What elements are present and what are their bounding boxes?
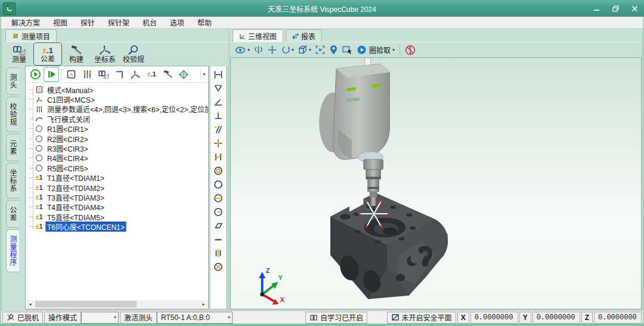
auto-label-button[interactable]: A: [63, 67, 79, 82]
gdt-total-runout-icon[interactable]: [211, 260, 225, 273]
z-axis-label-box: Z: [581, 312, 593, 324]
cube-view-dropdown[interactable]: ▾: [309, 47, 311, 53]
coordinate-system-button[interactable]: 坐标系: [91, 42, 119, 66]
toolbar-overflow-button[interactable]: ▾: [200, 69, 208, 79]
scroll-left-arrow[interactable]: ◂: [26, 300, 34, 308]
rotate-view-button[interactable]: ▾: [280, 44, 295, 57]
gdt-cylindricity-icon[interactable]: [211, 205, 225, 219]
tree-item-tdiam5[interactable]: ±1T5直径<TDIAM5>: [26, 212, 208, 222]
gdt-perpendicularity-icon[interactable]: [211, 109, 225, 122]
tree-item-tdiam1[interactable]: ±1T1直径<TDIAM1>: [26, 173, 208, 183]
tree-item-cir1[interactable]: R1圆<CIR1>: [26, 124, 208, 134]
measure-label: 测量: [12, 56, 26, 63]
menu-probe-rack[interactable]: 探针架: [101, 16, 136, 29]
gdt-position-point-icon[interactable]: [211, 136, 225, 150]
window-select-button[interactable]: [340, 44, 354, 57]
tree-item-params[interactable]: 测量参数逼近<4>,回退<3>,搜索<6>,定位<2>,定位加<2>,测: [26, 104, 208, 114]
locate-icon: [329, 45, 338, 55]
side-tab-coordsys[interactable]: 坐标系: [6, 163, 19, 198]
run-button[interactable]: [27, 67, 43, 82]
gdt-concentricity-icon[interactable]: [211, 164, 225, 177]
menu-probe[interactable]: 探针: [74, 16, 101, 29]
op-mode-combo[interactable]: ▾: [81, 312, 119, 324]
gdt-angle-icon[interactable]: [211, 95, 225, 109]
coordsys-small-button[interactable]: [128, 67, 143, 82]
minimize-button[interactable]: [587, 0, 606, 17]
menu-machine[interactable]: 机台: [136, 16, 163, 29]
gdt-circularity-icon[interactable]: [211, 177, 225, 191]
circle-pick-dropdown[interactable]: ▾: [392, 47, 395, 53]
tree-item-tdiam2[interactable]: ±1T2直径<TDIAM2>: [26, 183, 208, 192]
corner-button[interactable]: [112, 67, 127, 82]
tree-item-cir5[interactable]: R5圆<CIR5>: [26, 163, 208, 173]
menu-options[interactable]: 选项: [163, 16, 191, 29]
side-tab-probe[interactable]: 测头: [6, 67, 19, 95]
view-toolbar: ▾ ▾ ▾ 圈拾取 ▾: [230, 42, 642, 57]
measure-small-button[interactable]: [95, 67, 111, 82]
gdt-parallelism-icon[interactable]: [211, 122, 225, 136]
rotate-view-dropdown[interactable]: ▾: [292, 47, 294, 53]
tab-measure-project[interactable]: 测量项目: [5, 29, 57, 42]
cube-view-icon: [298, 45, 308, 55]
offline-icon: [7, 313, 15, 321]
zoom-fit-button[interactable]: [314, 44, 327, 57]
menu-view[interactable]: 视图: [47, 16, 74, 29]
tolerance-small-button[interactable]: ±.1: [144, 67, 159, 82]
tree-horizontal-scrollbar[interactable]: ◂ ▸: [26, 300, 208, 308]
step-run-button[interactable]: [44, 67, 59, 82]
gauge-check-label: 校验规: [123, 56, 144, 63]
gauge-check-button[interactable]: 校验规: [119, 42, 148, 66]
orbit-button[interactable]: [252, 44, 265, 57]
close-button[interactable]: [625, 0, 644, 17]
x-value-box: 0.0000000: [470, 312, 518, 324]
restore-button[interactable]: [606, 0, 625, 17]
eye-button[interactable]: ▾: [234, 44, 251, 57]
parameters-button[interactable]: [79, 67, 95, 82]
active-probe-combo[interactable]: RT50-1 A:0,B:0▾: [157, 312, 233, 324]
measure-button[interactable]: 测量: [5, 42, 33, 66]
gdt-distance-icon[interactable]: [211, 67, 225, 81]
left-panel-tab-row: 测量项目: [2, 29, 228, 42]
eye-dropdown[interactable]: ▾: [247, 47, 250, 53]
tree-item-cir2[interactable]: R2圆<CIR2>: [26, 134, 208, 143]
pan-button[interactable]: [266, 44, 278, 57]
tree-item-tdiam4[interactable]: ±1T4直径<TDIAM4>: [26, 202, 208, 212]
tab-3d-view[interactable]: 三维视图: [233, 29, 283, 42]
gdt-flatness-icon[interactable]: [211, 219, 225, 232]
tree-item-cir4[interactable]: R4圆<CIR4>: [26, 153, 208, 163]
menu-help[interactable]: 帮助: [191, 16, 218, 29]
tree-item-tdiam3[interactable]: ±1T3直径<TDIAM3>: [26, 192, 208, 202]
gdt-symmetry-icon[interactable]: [211, 246, 225, 260]
op-mode-box: 操作模式: [44, 312, 81, 324]
gdt-angularity-icon[interactable]: [211, 150, 225, 164]
circle-pick-button[interactable]: 圈拾取 ▾: [355, 44, 396, 57]
scroll-thumb[interactable]: [35, 301, 137, 307]
tab-report[interactable]: 报表: [286, 29, 322, 42]
three-d-viewport[interactable]: TZTEK: [230, 57, 642, 309]
construct-small-button[interactable]: [160, 67, 175, 82]
y-value-box: 0.0000000: [532, 312, 580, 324]
probe-hide-button[interactable]: [404, 44, 417, 57]
gdt-circular-runout-icon[interactable]: [211, 191, 225, 205]
plane-button[interactable]: [176, 67, 191, 82]
side-tab-feature[interactable]: 元素: [6, 134, 19, 161]
side-tab-gauge[interactable]: 校验规: [6, 97, 19, 132]
cube-view-button[interactable]: ▾: [296, 44, 312, 57]
tolerance-button[interactable]: ±.1 公差: [33, 42, 62, 66]
menu-solution[interactable]: 解决方案: [5, 16, 47, 29]
tree-item-flymode[interactable]: 飞行模式关闭: [26, 114, 208, 124]
tree-item-mode[interactable]: 模式<Manual>: [26, 85, 208, 94]
side-tab-tolerance[interactable]: 公差: [6, 200, 19, 227]
gdt-angle-cone-icon[interactable]: [211, 81, 225, 95]
tree-item-recall[interactable]: C1回调<MCS>: [26, 94, 208, 104]
tolerance-icon: ±1: [35, 174, 44, 182]
side-tab-program[interactable]: 测量程序: [6, 229, 19, 272]
locate-button[interactable]: [328, 44, 339, 57]
scroll-right-arrow[interactable]: ▸: [200, 300, 208, 308]
circle-icon: [35, 135, 44, 143]
gdt-straightness-icon[interactable]: [211, 232, 225, 246]
construct-button[interactable]: 构建: [62, 42, 91, 66]
tree-item-cir3[interactable]: R3圆<CIR3>: [26, 143, 208, 153]
circle-icon: [35, 154, 44, 162]
tree-item-tconcen1-selected[interactable]: ±1T6同心度<TCONCEN1>: [26, 222, 208, 231]
